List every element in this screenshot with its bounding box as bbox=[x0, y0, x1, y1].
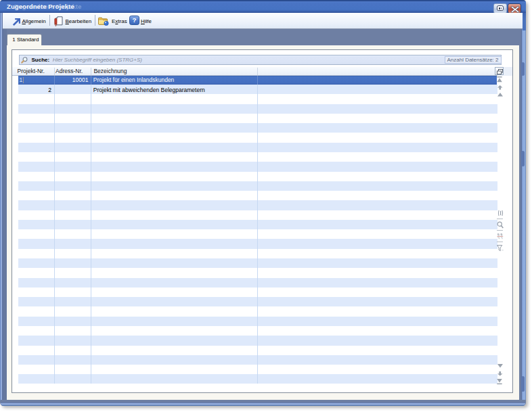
svg-text:?: ? bbox=[132, 16, 136, 24]
